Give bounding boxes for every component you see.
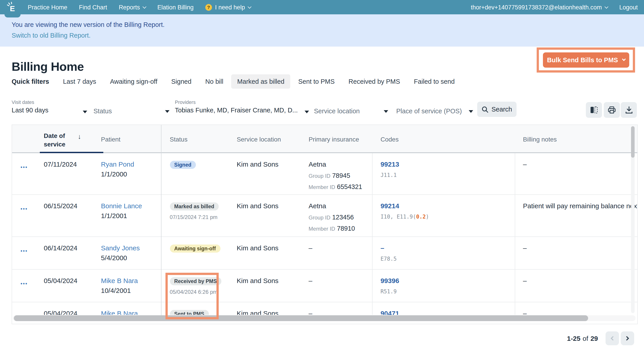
patient-link[interactable]: Bonnie Lance <box>101 202 161 210</box>
primary-insurance-cell: – <box>308 237 372 269</box>
providers-select[interactable]: Providers Tobias Funke, MD, Fraiser Cran… <box>175 99 309 116</box>
version-banner: You are viewing the new version of the B… <box>0 14 644 47</box>
horizontal-scrollbar-thumb[interactable] <box>14 315 588 321</box>
service-location-cell: Kim and Sons <box>237 302 309 315</box>
status-placeholder: Status <box>94 107 172 115</box>
table-row: ••• 06/14/2024 Sandy Jones 5/4/2000 Awai… <box>12 237 637 270</box>
filter-no-bill[interactable]: No bill <box>200 74 229 89</box>
date-of-service-cell: 07/11/2024 <box>44 153 101 194</box>
elation-logo[interactable]: E <box>6 2 18 13</box>
patient-link[interactable]: Ryan Pond <box>101 160 161 168</box>
top-nav: E Practice Home Find Chart Reports Elati… <box>0 0 644 14</box>
header-patient[interactable]: Patient <box>101 125 161 152</box>
filter-sent-to-pms[interactable]: Sent to PMS <box>292 74 340 89</box>
header-date-of-service[interactable]: Date of service ↓ <box>44 125 101 152</box>
service-location-select[interactable]: Service location <box>314 107 390 116</box>
patient-cell: Mike B Nara <box>101 302 161 315</box>
help-icon: ? <box>205 4 212 11</box>
status-timestamp: 07/15/2024 7:21 pm <box>170 214 237 220</box>
annotation-box-status <box>166 273 219 319</box>
icd-codes: I10, E11.9(0.2) <box>380 214 515 220</box>
codes-cell: 99213 J11.1 <box>372 153 516 194</box>
cpt-code-link[interactable]: 99214 <box>380 202 515 210</box>
sort-desc-icon[interactable]: ↓ <box>78 132 81 152</box>
insurance-name: – <box>308 309 372 315</box>
caret-down-icon <box>165 110 170 113</box>
account-menu[interactable]: thor+dev+140775991738372@elationhealth.c… <box>471 4 608 11</box>
nav-reports[interactable]: Reports <box>119 4 146 11</box>
header-primary-insurance[interactable]: Primary insurance <box>308 125 372 152</box>
chevron-left-icon <box>611 336 615 340</box>
row-menu-icon[interactable]: ••• <box>20 164 28 170</box>
insurance-name: – <box>308 277 372 284</box>
filter-awaiting-sign-off[interactable]: Awaiting sign-off <box>104 74 163 89</box>
codes-cell: – E78.5 <box>372 237 516 269</box>
patient-dob: 10/4/2001 <box>101 287 161 294</box>
table-row: ••• 07/11/2024 Ryan Pond 1/1/2000 Signed… <box>12 153 637 195</box>
date-of-service-cell: 05/04/2024 <box>44 302 101 315</box>
filter-signed[interactable]: Signed <box>166 74 197 89</box>
table-row: ••• 05/04/2024 Mike B Nara 10/4/2001 Rec… <box>12 270 637 302</box>
printer-icon <box>608 106 616 114</box>
next-page-button[interactable] <box>621 331 634 345</box>
nav-practice-home[interactable]: Practice Home <box>28 4 67 11</box>
cpt-code-link[interactable]: 99213 <box>380 160 515 168</box>
download-button[interactable] <box>621 102 637 118</box>
row-actions-cell: ••• <box>12 195 44 236</box>
row-actions-cell: ••• <box>12 237 44 269</box>
logout-link[interactable]: Logout <box>619 4 638 11</box>
place-of-service-placeholder: Place of service (POS) <box>396 107 473 115</box>
status-badge: Awaiting sign-off <box>170 245 220 253</box>
patient-dob: 1/1/2000 <box>101 170 161 178</box>
header-status[interactable]: Status <box>161 125 237 152</box>
status-select[interactable]: Status <box>94 107 172 116</box>
column-settings-button[interactable] <box>586 102 602 118</box>
print-button[interactable] <box>604 102 620 118</box>
filter-marked-as-billed[interactable]: Marked as billed <box>232 74 290 89</box>
row-menu-icon[interactable]: ••• <box>20 313 28 315</box>
row-menu-icon[interactable]: ••• <box>20 248 28 253</box>
filter-last-7-days[interactable]: Last 7 days <box>57 74 102 89</box>
svg-text:E: E <box>10 4 15 13</box>
header-service-location[interactable]: Service location <box>237 125 309 152</box>
chevron-down-icon <box>604 5 608 9</box>
chevron-down-icon <box>622 57 626 61</box>
visit-dates-select[interactable]: Visit dates Last 90 days <box>12 99 88 116</box>
nav-find-chart[interactable]: Find Chart <box>79 4 107 11</box>
header-billing-notes[interactable]: Billing notes <box>516 125 637 152</box>
place-of-service-select[interactable]: Place of service (POS) <box>396 107 473 116</box>
billing-notes-cell: – <box>516 302 637 315</box>
row-menu-icon[interactable]: ••• <box>20 206 28 211</box>
filter-failed-to-send[interactable]: Failed to send <box>408 74 460 89</box>
vertical-scrollbar-thumb[interactable] <box>631 126 634 158</box>
search-button[interactable]: Search <box>477 102 516 117</box>
patient-link[interactable]: Mike B Nara <box>101 277 161 284</box>
insurance-group <box>308 256 372 263</box>
bulk-send-bills-button[interactable]: Bulk Send Bills to PMS <box>543 52 629 68</box>
patient-dob: 1/1/2001 <box>101 212 161 220</box>
status-cell: Signed <box>161 153 237 194</box>
cpt-code-link[interactable]: – <box>380 244 515 252</box>
elation-logo-icon: E <box>6 2 18 13</box>
visit-dates-label: Visit dates <box>12 99 88 105</box>
nav-help[interactable]: ? I need help <box>205 4 251 11</box>
cpt-code-link[interactable]: 90471 <box>380 309 515 315</box>
patient-link[interactable]: Sandy Jones <box>101 244 161 252</box>
previous-page-button[interactable] <box>606 331 619 345</box>
patient-link[interactable]: Mike B Nara <box>101 309 161 315</box>
service-location-cell: Kim and Sons <box>237 195 309 236</box>
primary-insurance-cell: Aetna Group ID78945 Member ID6554321 <box>308 153 372 194</box>
billing-notes-cell: Patient will pay remaining balance next <box>516 195 637 236</box>
quick-filters-bar: Quick filters Last 7 days Awaiting sign-… <box>12 74 463 89</box>
download-icon <box>625 106 632 114</box>
nav-elation-billing[interactable]: Elation Billing <box>158 4 194 11</box>
nav-logo-tab <box>4 14 20 18</box>
caret-down-icon <box>469 110 473 113</box>
filter-received-by-pms[interactable]: Received by PMS <box>343 74 406 89</box>
switch-old-report-link[interactable]: Switch to old Billing Report. <box>12 31 90 39</box>
patient-dob: 5/4/2000 <box>101 254 161 262</box>
header-codes[interactable]: Codes <box>372 125 516 152</box>
cpt-code-link[interactable]: 99396 <box>380 277 515 284</box>
row-menu-icon[interactable]: ••• <box>20 281 28 286</box>
caret-down-icon <box>384 110 388 113</box>
